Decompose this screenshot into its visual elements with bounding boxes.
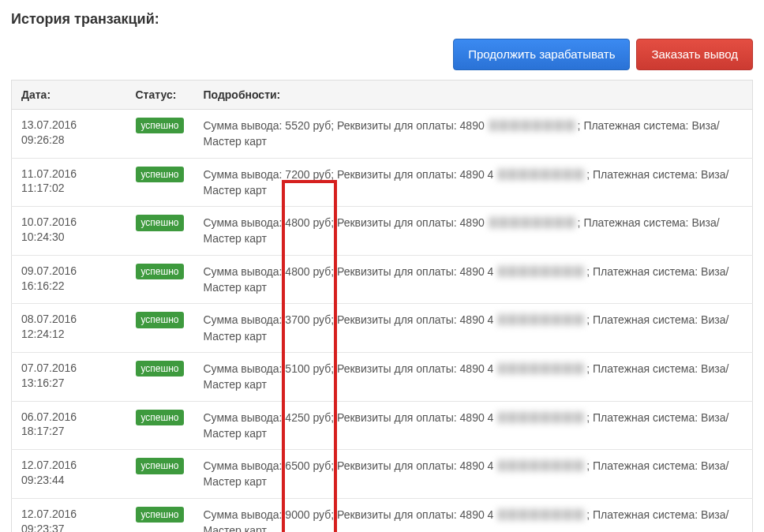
amount-value: 7200: [285, 168, 309, 181]
card-prefix: 4890: [460, 119, 485, 132]
table-row: 12.07.2016 09:23:37успешноСумма вывода: …: [12, 498, 753, 532]
table-row: 10.07.2016 10:24:30успешноСумма вывода: …: [12, 207, 753, 256]
requisites-label: ; Реквизиты для оплаты:: [331, 168, 459, 181]
details-prefix: Сумма вывода:: [203, 508, 285, 521]
card-masked: [489, 217, 576, 228]
card-prefix: 4890: [460, 216, 485, 229]
table-wrap: Дата: Статус: Подробности: 13.07.2016 09…: [11, 80, 753, 532]
table-row: 09.07.2016 16:16:22успешноСумма вывода: …: [12, 255, 753, 304]
details-prefix: Сумма вывода:: [203, 411, 285, 424]
details-cell: Сумма вывода: 5520 руб; Реквизиты для оп…: [193, 110, 752, 159]
status-cell: успешно: [126, 401, 194, 450]
continue-earning-button[interactable]: Продолжить зарабатывать: [453, 39, 630, 70]
amount-value: 4250: [285, 411, 309, 424]
status-cell: успешно: [126, 110, 194, 159]
details-cell: Сумма вывода: 6500 руб; Реквизиты для оп…: [193, 450, 752, 499]
card-masked: [489, 120, 576, 131]
currency-label: руб: [310, 168, 331, 181]
table-row: 13.07.2016 09:26:28успешноСумма вывода: …: [12, 110, 753, 159]
card-masked: [498, 314, 585, 325]
card-prefix: 4890 4: [460, 168, 494, 181]
amount-value: 4800: [285, 216, 309, 229]
requisites-label: ; Реквизиты для оплаты:: [331, 313, 459, 326]
amount-value: 4800: [285, 265, 309, 278]
status-badge: успешно: [136, 118, 185, 133]
details-prefix: Сумма вывода:: [203, 168, 285, 181]
details-prefix: Сумма вывода:: [203, 119, 285, 132]
amount-value: 6500: [285, 459, 309, 472]
requisites-label: ; Реквизиты для оплаты:: [331, 216, 459, 229]
status-cell: успешно: [126, 304, 194, 353]
details-prefix: Сумма вывода:: [203, 216, 285, 229]
date-cell: 11.07.2016 11:17:02: [12, 158, 126, 207]
details-cell: Сумма вывода: 7200 руб; Реквизиты для оп…: [193, 158, 752, 207]
details-cell: Сумма вывода: 9000 руб; Реквизиты для оп…: [193, 498, 752, 532]
status-badge: успешно: [136, 312, 185, 328]
amount-value: 3700: [285, 313, 309, 326]
status-cell: успешно: [126, 352, 194, 401]
card-masked: [498, 412, 585, 423]
status-cell: успешно: [126, 158, 194, 207]
currency-label: руб: [310, 362, 331, 375]
requisites-label: ; Реквизиты для оплаты:: [331, 508, 459, 521]
details-cell: Сумма вывода: 5100 руб; Реквизиты для оп…: [193, 352, 752, 401]
details-cell: Сумма вывода: 4800 руб; Реквизиты для оп…: [193, 255, 752, 304]
table-row: 06.07.2016 18:17:27успешноСумма вывода: …: [12, 401, 753, 450]
details-prefix: Сумма вывода:: [203, 459, 285, 472]
date-cell: 07.07.2016 13:16:27: [12, 352, 126, 401]
details-cell: Сумма вывода: 4250 руб; Реквизиты для оп…: [193, 401, 752, 450]
details-cell: Сумма вывода: 3700 руб; Реквизиты для оп…: [193, 304, 752, 353]
status-cell: успешно: [126, 255, 194, 304]
header-status: Статус:: [126, 81, 194, 110]
currency-label: руб: [310, 265, 331, 278]
date-cell: 13.07.2016 09:26:28: [12, 110, 126, 159]
card-masked: [498, 169, 585, 180]
date-cell: 12.07.2016 09:23:37: [12, 498, 126, 532]
table-row: 12.07.2016 09:23:44успешноСумма вывода: …: [12, 450, 753, 499]
requisites-label: ; Реквизиты для оплаты:: [331, 362, 459, 375]
date-cell: 12.07.2016 09:23:44: [12, 450, 126, 499]
card-masked: [498, 509, 585, 520]
date-cell: 06.07.2016 18:17:27: [12, 401, 126, 450]
status-badge: успешно: [136, 264, 185, 279]
transactions-table: Дата: Статус: Подробности: 13.07.2016 09…: [11, 80, 753, 532]
currency-label: руб: [310, 119, 331, 132]
status-badge: успешно: [136, 361, 185, 377]
currency-label: руб: [310, 411, 331, 424]
requisites-label: ; Реквизиты для оплаты:: [331, 119, 459, 132]
card-prefix: 4890 4: [460, 265, 494, 278]
card-prefix: 4890 4: [460, 411, 494, 424]
details-prefix: Сумма вывода:: [203, 362, 285, 375]
header-details: Подробности:: [193, 81, 752, 110]
card-masked: [498, 266, 585, 277]
date-cell: 10.07.2016 10:24:30: [12, 207, 126, 256]
currency-label: руб: [310, 508, 331, 521]
amount-value: 9000: [285, 508, 309, 521]
status-badge: успешно: [136, 458, 185, 474]
request-withdraw-button[interactable]: Заказать вывод: [636, 39, 753, 70]
card-prefix: 4890 4: [460, 313, 494, 326]
status-badge: успешно: [136, 167, 185, 182]
currency-label: руб: [310, 459, 331, 472]
table-row: 08.07.2016 12:24:12успешноСумма вывода: …: [12, 304, 753, 353]
status-badge: успешно: [136, 410, 185, 425]
table-row: 07.07.2016 13:16:27успешноСумма вывода: …: [12, 352, 753, 401]
table-row: 11.07.2016 11:17:02успешноСумма вывода: …: [12, 158, 753, 207]
status-cell: успешно: [126, 207, 194, 256]
action-bar: Продолжить зарабатывать Заказать вывод: [11, 39, 753, 70]
card-prefix: 4890 4: [460, 459, 494, 472]
details-prefix: Сумма вывода:: [203, 265, 285, 278]
header-date: Дата:: [12, 81, 126, 110]
card-prefix: 4890 4: [460, 508, 494, 521]
status-cell: успешно: [126, 450, 194, 499]
table-header-row: Дата: Статус: Подробности:: [12, 81, 753, 110]
currency-label: руб: [310, 216, 331, 229]
currency-label: руб: [310, 313, 331, 326]
amount-value: 5100: [285, 362, 309, 375]
details-cell: Сумма вывода: 4800 руб; Реквизиты для оп…: [193, 207, 752, 256]
requisites-label: ; Реквизиты для оплаты:: [331, 459, 459, 472]
date-cell: 08.07.2016 12:24:12: [12, 304, 126, 353]
status-badge: успешно: [136, 507, 185, 523]
card-prefix: 4890 4: [460, 362, 494, 375]
details-prefix: Сумма вывода:: [203, 313, 285, 326]
